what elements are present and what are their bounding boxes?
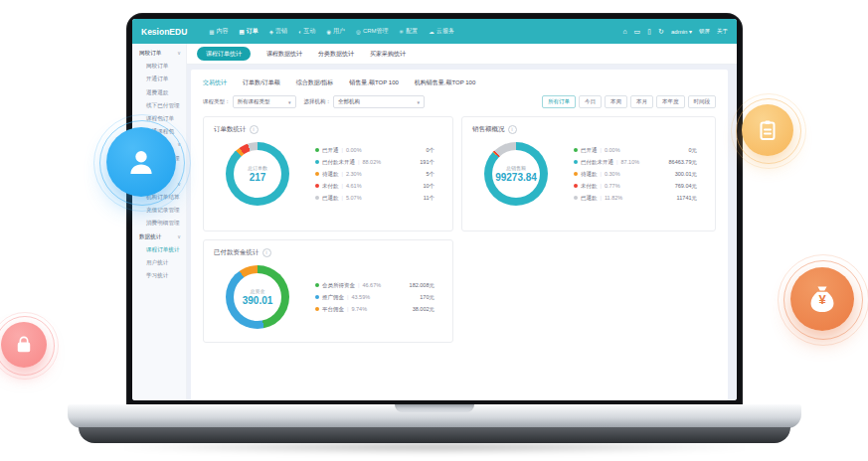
- caret-down-icon: ▾: [689, 29, 692, 35]
- nav-item[interactable]: ☁ 云服务: [429, 27, 454, 36]
- range-button[interactable]: 本月: [630, 95, 653, 108]
- info-icon[interactable]: i: [508, 125, 517, 134]
- sidebar-item[interactable]: ∨ 网校订单: [132, 47, 186, 60]
- legend-row: 已付款未开通 | 87.10% 86463.79元: [574, 159, 697, 166]
- legend-dot: [315, 184, 319, 188]
- range-button[interactable]: 时间段: [688, 95, 717, 108]
- tab[interactable]: 买家采购统计: [370, 50, 406, 59]
- caret-down-icon: ▾: [417, 99, 420, 105]
- navbar-right: ⌂ ▭ ▯ ↻ admin ▾ 锁屏 关于: [622, 28, 728, 36]
- sidebar-item[interactable]: ∨ 课程订单统计: [132, 243, 186, 256]
- sub-tab[interactable]: 销售量,额TOP 100: [349, 78, 398, 87]
- sidebar-item[interactable]: ∨ 线下已付管理: [132, 99, 186, 112]
- sidebar-item-label: 线下已付管理: [146, 102, 180, 108]
- chevron-down-icon: ∨: [177, 47, 181, 60]
- user-icon: ◉: [326, 29, 331, 35]
- funds-donut-chart: 总资金 390.01: [226, 265, 289, 329]
- range-button[interactable]: 所有订单: [542, 95, 576, 108]
- nav-item[interactable]: ◉ 用户: [326, 27, 345, 36]
- legend-dot: [574, 196, 578, 200]
- laptop-screen: KesionEDU ▦ 内容 ▤ 订单 ◈: [132, 19, 737, 400]
- legend-dot: [315, 172, 319, 176]
- nav-item[interactable]: ✳ 配置: [400, 27, 419, 36]
- gear-icon: ✳: [400, 29, 405, 35]
- legend-row: 待退款 | 0.30% 300.01元: [574, 171, 697, 178]
- sidebar-item-label: 数据统计: [139, 233, 161, 239]
- sidebar-item[interactable]: ∨ 消费明细管理: [132, 217, 186, 230]
- filter-select[interactable]: 全部机构 ▾: [333, 95, 425, 108]
- nav-item[interactable]: ◈ 营销: [269, 27, 287, 36]
- nav-item-label: 内容: [217, 27, 229, 36]
- chart-legend: 会员所得资金 | 46.67% 182.008元: [315, 282, 434, 313]
- legend-row: 未付款 | 0.77% 769.04元: [574, 183, 697, 190]
- home-icon[interactable]: ⌂: [622, 28, 626, 35]
- sales-amount-card: 销售额概况 i 总销售额 99273.84: [461, 116, 716, 231]
- info-icon[interactable]: i: [262, 248, 271, 257]
- navbar-link[interactable]: 锁屏: [699, 28, 710, 35]
- sidebar: ∨ 网校订单 ∨ 网校订单 ∨ 开通订单: [132, 44, 187, 400]
- filter-select[interactable]: 所有课程类型 ▾: [233, 95, 296, 108]
- tab[interactable]: 分类数据统计: [318, 50, 354, 59]
- range-button[interactable]: 本周: [605, 95, 627, 108]
- sidebar-item-label: 网校订单: [146, 63, 168, 69]
- laptop-bezel: KesionEDU ▦ 内容 ▤ 订单 ◈: [126, 13, 743, 405]
- filter-row: 课程类型： 所有课程类型 ▾ 选择机构： 全部机构 ▾: [203, 95, 716, 108]
- legend-row: 已退款 | 5.07% 11个: [315, 195, 434, 202]
- chart-legend: 已开通 | 0.00% 0个: [315, 147, 434, 202]
- chart-legend: 已开通 | 0.00% 0元: [574, 147, 697, 202]
- filter-select-value: 所有课程类型: [238, 98, 270, 105]
- filter-label: 选择机构：: [304, 98, 332, 105]
- nav-item[interactable]: ◎ CRM管理: [356, 27, 388, 36]
- legend-dot: [315, 148, 319, 152]
- sidebar-item-label: 用户统计: [146, 259, 168, 265]
- sidebar-item-label: 学习统计: [146, 272, 168, 278]
- sidebar-item-label: 开通订单: [146, 76, 168, 81]
- sales-donut-chart: 总销售额 99273.84: [484, 142, 548, 206]
- tab[interactable]: 课程数据统计: [266, 50, 302, 59]
- sidebar-item[interactable]: ∨ 网校订单: [132, 60, 186, 73]
- refresh-icon[interactable]: ↻: [658, 28, 664, 36]
- sidebar-item[interactable]: ∨ 学习统计: [132, 269, 186, 282]
- range-button[interactable]: 今日: [579, 95, 602, 108]
- paid-funds-card: 已付款资金统计 i 总资金 390.01: [203, 239, 453, 343]
- brand-logo[interactable]: KesionEDU: [141, 27, 187, 37]
- info-icon[interactable]: i: [250, 125, 259, 134]
- sub-tab[interactable]: 订单数/订单额: [243, 78, 280, 87]
- nav-item[interactable]: ▦ 内容: [209, 27, 228, 36]
- card-title: 订单数统计 i: [214, 125, 442, 134]
- sub-tab[interactable]: 综合数据/指标: [296, 78, 334, 87]
- sidebar-item[interactable]: ∨ 开通订单: [132, 73, 186, 85]
- nav-item[interactable]: ◐ 互动: [298, 27, 315, 36]
- sub-tabs: 交易统计 订单数/订单额 综合数据/指标 销售量,额TOP 100 机构销售量,…: [203, 77, 716, 87]
- users-icon: ◎: [356, 29, 361, 35]
- legend-row: 已开通 | 0.00% 0个: [315, 147, 434, 154]
- clipboard-icon: [742, 104, 793, 156]
- user-menu[interactable]: admin ▾: [671, 28, 692, 35]
- nav-item[interactable]: ▤ 订单: [240, 27, 259, 36]
- legend-row: 推广佣金 | 43.59% 170元: [315, 294, 434, 301]
- legend-dot: [315, 160, 319, 164]
- laptop-base: [68, 404, 801, 428]
- tab[interactable]: 课程订单统计: [197, 47, 251, 61]
- monitor-icon[interactable]: ▭: [634, 28, 641, 36]
- range-button[interactable]: 本年度: [656, 95, 685, 108]
- clipboard-icon: ▤: [240, 29, 245, 35]
- nav-item-label: 互动: [303, 27, 315, 36]
- sidebar-item-label: 退费退款: [146, 89, 168, 95]
- navbar-link[interactable]: 关于: [717, 28, 728, 35]
- donut-center-value: 99273.84: [495, 172, 537, 183]
- username: admin: [671, 29, 687, 35]
- sidebar-item-label: 课程订单统计: [146, 246, 180, 252]
- tab-bar: 课程订单统计 课程数据统计 分类数据统计 买家采购统计: [187, 44, 737, 65]
- tag-icon: ◈: [269, 29, 273, 35]
- donut-center-value: 390.01: [243, 295, 273, 306]
- sidebar-item[interactable]: ∨ 退费退款: [132, 86, 186, 99]
- sidebar-item[interactable]: ∨ 用户统计: [132, 256, 186, 269]
- sub-tab[interactable]: 交易统计: [203, 78, 227, 87]
- sub-tab[interactable]: 机构销售量,额TOP 100: [415, 78, 475, 87]
- orders-count-card: 订单数统计 i 总订单数 217: [203, 116, 453, 231]
- mobile-icon[interactable]: ▯: [647, 28, 651, 36]
- sidebar-item[interactable]: ∨ 数据统计: [132, 230, 186, 243]
- legend-row: 待退款 | 2.30% 5个: [315, 171, 434, 178]
- donut-center-label: 总订单数: [248, 165, 267, 171]
